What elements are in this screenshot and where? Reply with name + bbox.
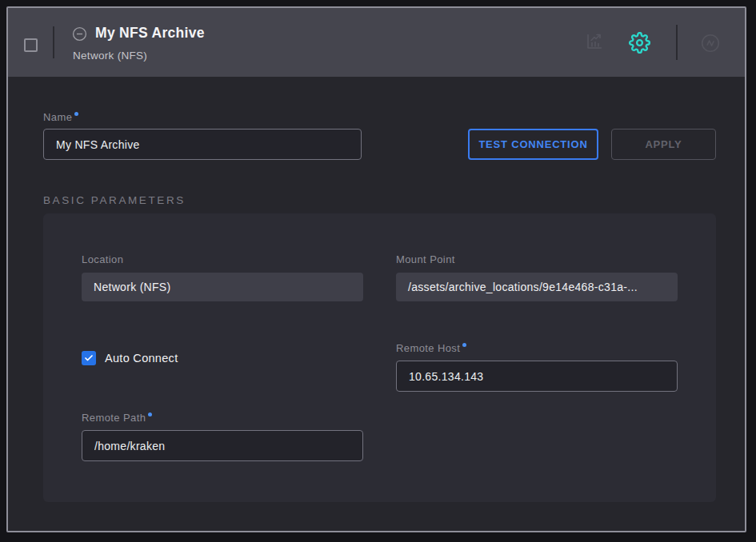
name-field-label: Name <box>43 111 78 123</box>
location-field-label: Location <box>82 253 123 265</box>
card-header: My NFS Archive Network (NFS) <box>8 8 745 77</box>
name-input[interactable] <box>43 129 362 160</box>
settings-gear-icon[interactable] <box>629 32 650 54</box>
remote-host-field-label: Remote Host <box>396 342 466 354</box>
remote-path-field-label: Remote Path <box>82 412 152 424</box>
archive-location-card: My NFS Archive Network (NFS) <box>6 6 746 532</box>
auto-connect-label: Auto Connect <box>105 352 178 365</box>
remote-path-input[interactable] <box>82 430 363 461</box>
test-connection-button[interactable]: TEST CONNECTION <box>468 129 598 160</box>
mount-point-field-label: Mount Point <box>396 253 455 265</box>
select-checkbox[interactable] <box>24 38 38 52</box>
location-readonly-field: Network (NFS) <box>82 273 363 301</box>
mount-point-readonly-field: /assets/archive_locations/9e14e468-c31a-… <box>396 273 678 301</box>
required-indicator <box>74 112 78 116</box>
archive-title: My NFS Archive <box>95 25 205 42</box>
collapse-minus-circle-icon[interactable] <box>72 26 87 42</box>
remote-host-input[interactable] <box>396 361 678 392</box>
basic-parameters-panel: Location Network (NFS) Mount Point /asse… <box>43 213 716 502</box>
activity-pulse-icon[interactable] <box>700 33 721 54</box>
statistics-chart-icon[interactable] <box>585 32 604 51</box>
auto-connect-checkbox[interactable] <box>82 351 96 365</box>
auto-connect-checkbox-row[interactable]: Auto Connect <box>82 351 178 365</box>
checkmark-icon <box>84 353 94 363</box>
page-background: My NFS Archive Network (NFS) <box>0 0 756 542</box>
header-icons-divider <box>676 25 678 60</box>
archive-type-subtitle: Network (NFS) <box>73 50 147 62</box>
basic-parameters-section-title: BASIC PARAMETERS <box>43 194 186 206</box>
required-indicator <box>148 412 152 416</box>
apply-button[interactable]: APPLY <box>611 129 716 160</box>
required-indicator <box>462 343 466 347</box>
header-divider <box>53 26 54 58</box>
